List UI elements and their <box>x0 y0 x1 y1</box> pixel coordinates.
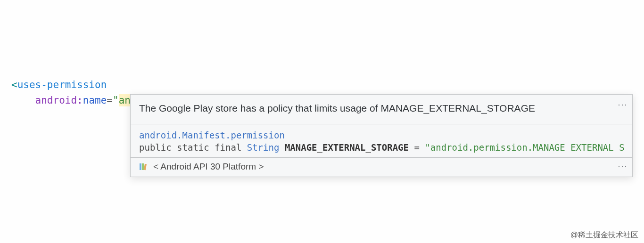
tag-open-bracket: < <box>11 79 17 90</box>
svg-rect-0 <box>140 163 141 170</box>
svg-rect-1 <box>142 163 144 170</box>
attr-eq: = <box>107 95 113 106</box>
doc-section: android.Manifest.permission public stati… <box>131 124 632 157</box>
quick-doc-tooltip: The Google Play store has a policy that … <box>130 94 633 177</box>
tooltip-footer: < Android API 30 Platform > ⋮ <box>131 158 632 177</box>
decl-name: MANAGE_EXTERNAL_STORAGE <box>285 142 409 153</box>
decl-type: String <box>247 142 280 153</box>
lint-message: The Google Play store has a policy that … <box>139 101 624 115</box>
decl-modifiers: public static final <box>139 142 241 153</box>
xml-line-1: <uses-permission <box>11 79 107 90</box>
svg-rect-2 <box>144 164 147 170</box>
library-icon <box>139 162 149 171</box>
doc-declaration: public static final String MANAGE_EXTERN… <box>139 142 624 153</box>
attr-name: name <box>83 95 107 106</box>
watermark: @稀土掘金技术社区 <box>570 230 638 240</box>
lint-section: The Google Play store has a policy that … <box>131 95 632 124</box>
attr-colon: : <box>77 95 83 106</box>
decl-value: "android.permission.MANAGE_EXTERNAL_ST <box>425 142 624 153</box>
platform-label: < Android API 30 Platform > <box>153 162 264 172</box>
code-editor[interactable]: <uses-permission android:name="android.p… <box>0 0 644 109</box>
doc-class-link[interactable]: android.Manifest.permission <box>139 130 624 140</box>
attr-namespace: android <box>35 95 77 106</box>
decl-eq: = <box>409 142 425 153</box>
footer-more-icon[interactable]: ⋮ <box>618 162 627 170</box>
xml-tag-name: uses-permission <box>17 79 107 90</box>
attr-quote-open: " <box>113 95 119 106</box>
more-actions-icon[interactable]: ⋮ <box>618 100 627 109</box>
